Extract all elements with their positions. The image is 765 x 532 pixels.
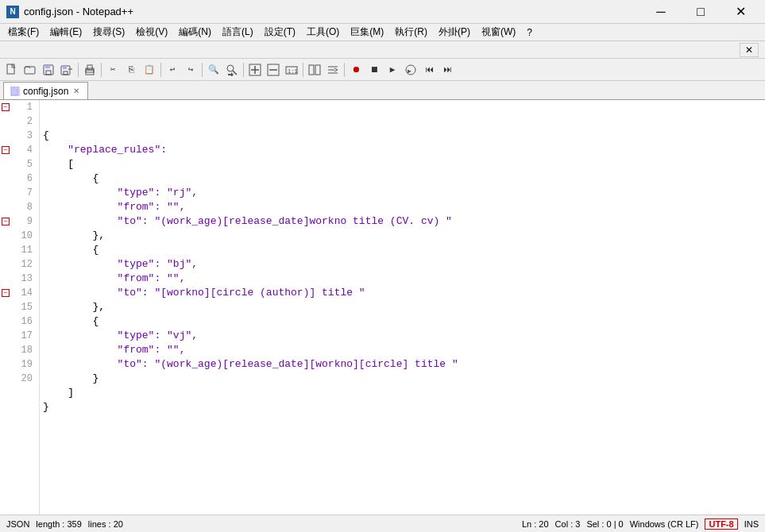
close-button[interactable]: ✕ [722, 0, 759, 24]
code-line-7: "to": "(work_age)[release_date]workno ti… [43, 214, 762, 229]
plugin-close-button[interactable]: ✕ [740, 43, 759, 57]
tb-macro-save[interactable]: ▶ [402, 61, 419, 79]
line-number-11: 11 [0, 243, 36, 257]
code-line-18: } [43, 372, 762, 386]
toolbar-sep-1 [78, 63, 79, 77]
line-number-15: 15 [0, 300, 36, 314]
code-line-9: { [43, 243, 762, 257]
line-number-14: ─14 [0, 286, 36, 300]
tb-zoom-out[interactable] [265, 61, 282, 79]
tb-macro-record[interactable]: ⏺ [347, 61, 365, 79]
toolbar-sep-5 [243, 63, 244, 77]
svg-rect-11 [87, 65, 92, 70]
fold-marker-9[interactable]: ─ [2, 218, 10, 226]
svg-rect-4 [45, 65, 50, 68]
status-line-ending: Windows (CR LF) [630, 519, 699, 529]
menu-file[interactable]: 檔案(F) [3, 24, 44, 40]
tb-open[interactable] [21, 61, 39, 79]
status-type: JSON [6, 519, 29, 529]
line-number-1: ─1 [0, 100, 36, 114]
status-encoding[interactable]: UTF-8 [705, 519, 737, 530]
menu-macro[interactable]: 巨集(M) [346, 24, 388, 40]
tb-print[interactable] [81, 61, 99, 79]
toolbar-sep-3 [160, 63, 161, 77]
tb-paste[interactable]: 📋 [141, 61, 158, 79]
code-line-19: ] [43, 386, 762, 400]
tb-zoom-in[interactable] [246, 61, 264, 79]
tab-close-button[interactable]: ✕ [71, 87, 81, 95]
tb-wrap[interactable] [324, 61, 342, 79]
status-right: Ln : 20 Col : 3 Sel : 0 | 0 Windows (CR … [522, 519, 759, 530]
tb-redo[interactable]: ↪ [182, 61, 199, 79]
code-line-14: { [43, 314, 762, 329]
tb-macro-play[interactable]: ▶ [384, 61, 401, 79]
minimize-button[interactable]: ─ [643, 0, 679, 24]
code-line-13: }, [43, 300, 762, 314]
tab-bar: config.json ✕ [0, 81, 765, 100]
editor: ─123─45678─910111213─14151617181920 { "r… [0, 100, 765, 515]
status-length: length : 359 [36, 519, 82, 529]
app-icon: N [6, 6, 19, 18]
tb-cut[interactable]: ✂ [104, 61, 122, 79]
menu-view[interactable]: 檢視(V) [131, 24, 172, 40]
line-number-12: 12 [0, 257, 36, 272]
toolbar-sep-7 [344, 63, 345, 77]
menu-settings[interactable]: 設定(T) [260, 24, 300, 40]
tb-saveall[interactable] [58, 61, 75, 79]
line-number-8: 8 [0, 200, 36, 214]
tab-filename: config.json [23, 86, 68, 97]
code-line-15: "type": "vj", [43, 329, 762, 343]
status-sel: Sel : 0 | 0 [586, 519, 623, 529]
menu-language[interactable]: 語言(L) [218, 24, 258, 40]
fold-marker-4[interactable]: ─ [2, 146, 10, 154]
menu-edit[interactable]: 編輯(E) [45, 24, 87, 40]
line-numbers: ─123─45678─910111213─14151617181920 [0, 100, 40, 515]
line-number-17: 17 [0, 329, 36, 343]
fold-marker-1[interactable]: ─ [2, 103, 10, 111]
tb-macro-stop[interactable]: ⏹ [365, 61, 383, 79]
window-controls: ─ □ ✕ [643, 0, 759, 24]
tab-config-json[interactable]: config.json ✕ [3, 82, 88, 99]
tb-save[interactable] [40, 61, 57, 79]
line-number-9: ─9 [0, 214, 36, 229]
toolbar-sep-6 [303, 63, 303, 77]
status-ln: Ln : 20 [522, 519, 549, 529]
code-line-10: "type": "bj", [43, 257, 762, 272]
svg-rect-23 [315, 65, 320, 75]
tb-macro-prev[interactable]: ⏮ [420, 61, 438, 79]
status-col: Col : 3 [555, 519, 581, 529]
status-bar: JSON length : 359 lines : 20 Ln : 20 Col… [0, 515, 765, 532]
menu-encoding[interactable]: 編碼(N) [174, 24, 216, 40]
code-area[interactable]: { "replace_rules": [ { "type": "rj", "fr… [40, 100, 765, 515]
code-line-12: "to": "[workno][circle (author)] title " [43, 286, 762, 300]
line-number-19: 19 [0, 357, 36, 372]
menu-run[interactable]: 執行(R) [390, 24, 432, 40]
svg-line-14 [233, 71, 237, 75]
tb-macro-next[interactable]: ⏭ [439, 61, 456, 79]
code-line-8: }, [43, 229, 762, 243]
tb-new[interactable] [3, 61, 21, 79]
tb-undo[interactable]: ↩ [164, 61, 181, 79]
tb-find[interactable]: 🔍 [205, 61, 222, 79]
tb-restore-zoom[interactable]: 1:1 [283, 61, 300, 79]
toolbar-sep-4 [202, 63, 203, 77]
code-line-2: "replace_rules": [43, 143, 762, 157]
code-line-4: { [43, 172, 762, 186]
menu-window[interactable]: 視窗(W) [477, 24, 520, 40]
code-line-1: { [43, 129, 762, 143]
tab-file-icon [10, 87, 20, 96]
menu-search[interactable]: 搜尋(S) [88, 24, 129, 40]
line-number-18: 18 [0, 343, 36, 357]
menu-help[interactable]: ? [522, 25, 537, 40]
maximize-button[interactable]: □ [682, 0, 719, 24]
toolbar-sep-2 [101, 63, 102, 77]
tb-sync-scroll[interactable] [306, 61, 323, 79]
line-number-6: 6 [0, 172, 36, 186]
menu-tools[interactable]: 工具(O) [302, 24, 344, 40]
line-number-5: 5 [0, 157, 36, 172]
menu-plugins[interactable]: 外掛(P) [434, 24, 475, 40]
fold-marker-14[interactable]: ─ [2, 289, 10, 297]
tb-replace[interactable] [223, 61, 241, 79]
status-mode: INS [744, 519, 759, 529]
tb-copy[interactable]: ⎘ [122, 61, 140, 79]
